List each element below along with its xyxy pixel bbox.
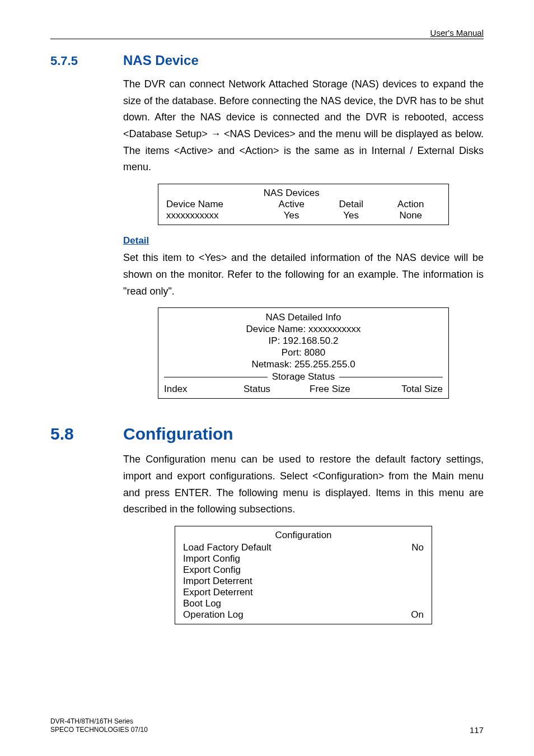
col-total-size: Total Size — [370, 384, 443, 395]
page-footer: DVR-4TH/8TH/16TH Series SPECO TECHNOLOGI… — [50, 717, 484, 735]
config-row-import-config: Import Config — [183, 553, 424, 564]
nas-table-title: NAS Devices — [261, 188, 321, 199]
detail-subheading: Detail — [123, 235, 484, 246]
config-value: No — [411, 542, 424, 553]
header-bar: User's Manual — [50, 28, 484, 39]
col-detail: Detail — [321, 199, 381, 210]
section-5-7-5-body: The DVR can connect Network Attached Sto… — [123, 76, 484, 399]
page-number: 117 — [470, 725, 484, 735]
config-row-load-factory-default: Load Factory DefaultNo — [183, 542, 424, 553]
nas-detailed-info-box: NAS Detailed Info Device Name: xxxxxxxxx… — [158, 307, 449, 399]
cell-device-name: xxxxxxxxxxx — [166, 210, 261, 221]
config-box-title: Configuration — [183, 530, 424, 541]
detail-device-name: Device Name: xxxxxxxxxxx — [164, 324, 443, 335]
config-paragraph: The Configuration menu can be used to re… — [123, 451, 484, 518]
section-5-8-header: 5.8 Configuration — [50, 424, 484, 444]
config-row-export-config: Export Config — [183, 564, 424, 576]
storage-status-label: Storage Status — [268, 371, 339, 382]
config-row-export-deterrent: Export Deterrent — [183, 587, 424, 598]
col-action: Action — [381, 199, 441, 210]
col-index: Index — [164, 384, 224, 395]
configuration-menu-box: Configuration Load Factory DefaultNo Imp… — [175, 526, 432, 624]
rule-right — [339, 377, 443, 377]
config-row-boot-log: Boot Log — [183, 598, 424, 609]
detail-title: NAS Detailed Info — [164, 312, 443, 323]
section-title: NAS Device — [123, 53, 199, 68]
storage-status-divider: Storage Status — [164, 371, 443, 382]
detail-netmask: Netmask: 255.255.255.0 — [164, 359, 443, 370]
col-active: Active — [261, 199, 321, 210]
cell-detail: Yes — [321, 210, 381, 221]
rule-left — [164, 377, 268, 377]
config-row-import-deterrent: Import Deterrent — [183, 576, 424, 587]
detail-columns-row: Index Status Free Size Total Size — [164, 384, 443, 395]
section-number: 5.8 — [50, 424, 123, 444]
nas-table-header-row: Device Name Active Detail Action — [166, 199, 441, 210]
detail-port: Port: 8080 — [164, 347, 443, 358]
nas-devices-table: NAS Devices Device Name Active Detail Ac… — [158, 184, 449, 225]
header-right: User's Manual — [430, 28, 484, 38]
page: User's Manual 5.7.5 NAS Device The DVR c… — [0, 0, 534, 756]
section-title: Configuration — [123, 424, 233, 444]
config-label: Export Deterrent — [183, 587, 253, 598]
cell-action: None — [381, 210, 441, 221]
nas-paragraph: The DVR can connect Network Attached Sto… — [123, 76, 484, 176]
detail-paragraph: Set this item to <Yes> and the detailed … — [123, 250, 484, 300]
config-label: Import Deterrent — [183, 576, 252, 587]
section-number: 5.7.5 — [50, 54, 123, 68]
config-value: On — [411, 609, 424, 620]
detail-ip: IP: 192.168.50.2 — [164, 335, 443, 347]
footer-left-block: DVR-4TH/8TH/16TH Series SPECO TECHNOLOGI… — [50, 717, 148, 735]
section-5-7-5-header: 5.7.5 NAS Device — [50, 53, 484, 68]
nas-table-data-row: xxxxxxxxxxx Yes Yes None — [166, 210, 441, 221]
config-label: Import Config — [183, 553, 240, 564]
config-row-operation-log: Operation LogOn — [183, 609, 424, 620]
cell-active: Yes — [261, 210, 321, 221]
footer-line-1: DVR-4TH/8TH/16TH Series — [50, 717, 148, 726]
config-label: Export Config — [183, 564, 241, 576]
section-5-8-body: The Configuration menu can be used to re… — [123, 451, 484, 624]
config-label: Boot Log — [183, 598, 221, 609]
col-device-name: Device Name — [166, 199, 261, 210]
footer-line-2: SPECO TECHNOLOGIES 07/10 — [50, 726, 148, 735]
config-label: Operation Log — [183, 609, 243, 620]
config-label: Load Factory Default — [183, 542, 271, 553]
col-status: Status — [224, 384, 291, 395]
col-free-size: Free Size — [290, 384, 369, 395]
